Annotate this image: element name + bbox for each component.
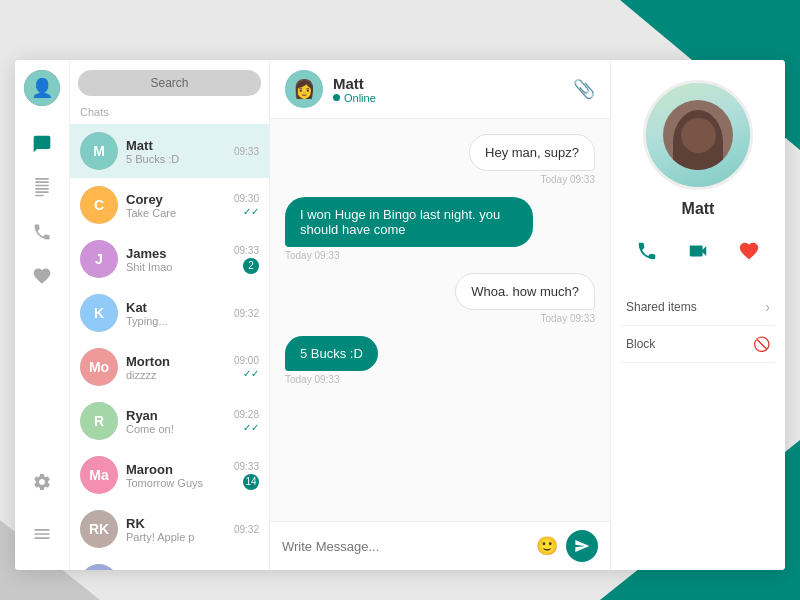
send-button[interactable] bbox=[566, 530, 598, 562]
chat-time: 09:32 bbox=[234, 308, 259, 319]
message-time: Today 09:33 bbox=[285, 374, 340, 385]
chat-name: Ryan bbox=[126, 408, 234, 423]
profile-menu: Shared items › Block 🚫 bbox=[621, 289, 775, 363]
chat-list-item-james[interactable]: J James Shit Imao 09:332 bbox=[70, 232, 269, 286]
chat-preview: Party! Apple p bbox=[126, 531, 234, 543]
chat-info: Kat Typing... bbox=[126, 300, 234, 327]
message-row-m4: 5 Bucks :D Today 09:33 bbox=[285, 336, 595, 385]
chat-info: Maroon Tomorrow Guys bbox=[126, 462, 234, 489]
chat-time: 09:28 bbox=[234, 409, 259, 420]
sidebar-heart-icon[interactable] bbox=[24, 258, 60, 294]
sidebar: 👤 bbox=[15, 60, 70, 570]
chat-list-item-rk[interactable]: RK RK Party! Apple p 09:32 bbox=[70, 502, 269, 556]
profile-name: Matt bbox=[682, 200, 715, 218]
chat-list-item-will[interactable]: W Will on Please 1 bbox=[70, 556, 269, 570]
chat-check: ✓✓ bbox=[243, 368, 259, 379]
message-bubble: 5 Bucks :D bbox=[285, 336, 378, 371]
chat-list-item-matt[interactable]: M Matt 5 Bucks :D 09:33 bbox=[70, 124, 269, 178]
main-container: 👤 Search Chats M bbox=[15, 60, 785, 570]
chat-list-item-ryan[interactable]: R Ryan Come on! 09:28✓✓ bbox=[70, 394, 269, 448]
chat-list-item-kat[interactable]: K Kat Typing... 09:32 bbox=[70, 286, 269, 340]
avatar-circle: RK bbox=[80, 510, 118, 548]
chat-list-panel: Search Chats M Matt 5 Bucks :D 09:33 C C… bbox=[70, 60, 270, 570]
chat-preview: Come on! bbox=[126, 423, 234, 435]
block-label: Block bbox=[626, 337, 655, 351]
sidebar-settings-icon[interactable] bbox=[24, 464, 60, 500]
chat-preview: 5 Bucks :D bbox=[126, 153, 234, 165]
message-time: Today 09:33 bbox=[541, 174, 596, 185]
emoji-button[interactable]: 🙂 bbox=[536, 535, 558, 557]
chat-name: Kat bbox=[126, 300, 234, 315]
chat-meta: 09:3314 bbox=[234, 461, 259, 490]
chat-avatar: C bbox=[80, 186, 118, 224]
avatar-circle: W bbox=[80, 564, 118, 570]
chat-badge: 2 bbox=[243, 258, 259, 274]
message-input[interactable] bbox=[282, 539, 528, 554]
block-menu-item[interactable]: Block 🚫 bbox=[621, 326, 775, 363]
search-bar[interactable]: Search bbox=[78, 70, 261, 96]
message-row-m2: I won Huge in Bingo last night. you shou… bbox=[285, 197, 595, 261]
status-dot bbox=[333, 94, 340, 101]
message-bubble: Hey man, supz? bbox=[469, 134, 595, 171]
messages-area: Hey man, supz? Today 09:33 I won Huge in… bbox=[270, 119, 610, 521]
chat-input-area: 🙂 bbox=[270, 521, 610, 570]
message-row-m1: Hey man, supz? Today 09:33 bbox=[285, 134, 595, 185]
avatar-circle: R bbox=[80, 402, 118, 440]
sidebar-phone-icon[interactable] bbox=[24, 214, 60, 250]
chat-name: James bbox=[126, 246, 234, 261]
shared-items-arrow-icon: › bbox=[765, 299, 770, 315]
chat-meta: 09:00✓✓ bbox=[234, 355, 259, 379]
chat-header-info: Matt Online bbox=[333, 75, 573, 104]
chat-list-item-corey[interactable]: C Corey Take Care 09:30✓✓ bbox=[70, 178, 269, 232]
chat-list-item-maroon[interactable]: Ma Maroon Tomorrow Guys 09:3314 bbox=[70, 448, 269, 502]
chat-name: RK bbox=[126, 516, 234, 531]
chat-time: 09:33 bbox=[234, 146, 259, 157]
chat-meta: 09:32 bbox=[234, 308, 259, 319]
chat-preview: Shit Imao bbox=[126, 261, 234, 273]
chat-info: Will on Please bbox=[126, 570, 243, 571]
chat-avatar: J bbox=[80, 240, 118, 278]
chat-meta: 09:332 bbox=[234, 245, 259, 274]
profile-panel: 🏙️ Matt Shared items bbox=[610, 60, 785, 570]
chat-time: 09:00 bbox=[234, 355, 259, 366]
chat-list: M Matt 5 Bucks :D 09:33 C Corey Take Car… bbox=[70, 124, 269, 570]
chat-meta: 09:30✓✓ bbox=[234, 193, 259, 217]
user-avatar[interactable]: 👤 bbox=[24, 70, 60, 106]
chat-list-item-morton[interactable]: Mo Morton dizzzz 09:00✓✓ bbox=[70, 340, 269, 394]
chat-meta: 09:32 bbox=[234, 524, 259, 535]
chats-label: Chats bbox=[70, 106, 269, 124]
chat-meta: 09:33 bbox=[234, 146, 259, 157]
message-bubble: I won Huge in Bingo last night. you shou… bbox=[285, 197, 533, 247]
profile-video-button[interactable] bbox=[680, 233, 716, 269]
chat-avatar: RK bbox=[80, 510, 118, 548]
sidebar-chat-icon[interactable] bbox=[24, 126, 60, 162]
chat-info: Ryan Come on! bbox=[126, 408, 234, 435]
attach-icon[interactable]: 📎 bbox=[573, 78, 595, 100]
avatar-circle: Ma bbox=[80, 456, 118, 494]
sidebar-bottom bbox=[24, 464, 60, 560]
avatar-circle: K bbox=[80, 294, 118, 332]
chat-name: Will bbox=[126, 570, 243, 571]
block-icon: 🚫 bbox=[753, 336, 770, 352]
chat-header-name: Matt bbox=[333, 75, 573, 92]
chat-avatar: M bbox=[80, 132, 118, 170]
profile-heart-button[interactable] bbox=[731, 233, 767, 269]
message-time: Today 09:33 bbox=[541, 313, 596, 324]
chat-preview: Tomorrow Guys bbox=[126, 477, 234, 489]
chat-time: 09:30 bbox=[234, 193, 259, 204]
chat-time: 09:32 bbox=[234, 524, 259, 535]
sidebar-menu-icon[interactable] bbox=[24, 516, 60, 552]
chat-avatar: Ma bbox=[80, 456, 118, 494]
message-row-m3: Whoa. how much? Today 09:33 bbox=[285, 273, 595, 324]
avatar-circle: C bbox=[80, 186, 118, 224]
chat-info: Morton dizzzz bbox=[126, 354, 234, 381]
profile-avatar: 🏙️ bbox=[643, 80, 753, 190]
profile-call-button[interactable] bbox=[629, 233, 665, 269]
chat-avatar: Mo bbox=[80, 348, 118, 386]
chat-header-status: Online bbox=[333, 92, 573, 104]
chat-preview: Take Care bbox=[126, 207, 234, 219]
avatar-circle: J bbox=[80, 240, 118, 278]
chat-header: 👩 Matt Online 📎 bbox=[270, 60, 610, 119]
shared-items-menu-item[interactable]: Shared items › bbox=[621, 289, 775, 326]
sidebar-contacts-icon[interactable] bbox=[24, 170, 60, 206]
